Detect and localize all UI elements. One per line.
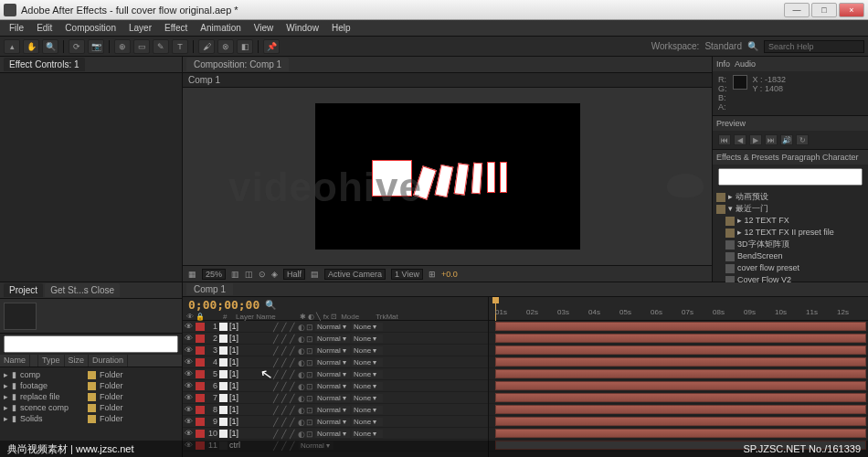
track-row[interactable] — [489, 333, 868, 345]
layer-row[interactable]: 👁7[1]╱╱╱◐⊡Normal ▾None ▾ — [183, 392, 488, 404]
blend-mode[interactable]: Normal ▾ — [315, 382, 350, 390]
track-matte[interactable]: None ▾ — [352, 394, 383, 402]
project-col[interactable]: Duration — [89, 355, 128, 367]
effects-search-input[interactable] — [718, 168, 863, 186]
tree-item[interactable]: BendScreen — [716, 250, 864, 262]
puppet-tool-icon[interactable]: 📌 — [263, 39, 280, 54]
preview-btn-2[interactable]: ▶ — [749, 134, 762, 145]
visibility-icon[interactable]: 👁 — [185, 357, 194, 367]
layer-bar[interactable] — [495, 345, 866, 355]
label-color[interactable] — [196, 335, 205, 343]
tree-item[interactable]: ▸ 12 TEXT FX II preset file — [716, 227, 864, 239]
label-swatch[interactable] — [88, 415, 96, 423]
label-swatch[interactable] — [88, 393, 96, 401]
track-matte[interactable]: None ▾ — [352, 323, 383, 331]
track-matte[interactable]: None ▾ — [352, 418, 383, 426]
tab-paragraph[interactable]: Paragraph — [781, 153, 820, 162]
blend-mode[interactable]: Normal ▾ — [315, 335, 350, 343]
blend-mode[interactable]: Normal ▾ — [315, 406, 350, 414]
layer-bar[interactable] — [495, 369, 866, 378]
track-matte[interactable]: None ▾ — [352, 406, 383, 414]
label-swatch[interactable] — [88, 404, 96, 412]
track-matte[interactable]: None ▾ — [352, 382, 383, 390]
tab-audio[interactable]: Audio — [735, 59, 756, 69]
camera-tool-icon[interactable]: 📷 — [88, 39, 104, 54]
region-icon[interactable]: ◈ — [271, 270, 278, 279]
layer-name[interactable]: [1] — [229, 405, 271, 414]
track-row[interactable] — [489, 416, 868, 428]
tree-item[interactable]: ▾ 最近一门 — [716, 203, 864, 215]
project-search-input[interactable] — [4, 335, 178, 353]
time-icon[interactable]: ⊙ — [259, 270, 266, 279]
track-row[interactable] — [489, 404, 868, 416]
track-row[interactable] — [489, 368, 868, 380]
menu-edit[interactable]: Edit — [31, 22, 58, 34]
tab-composition[interactable]: Composition: Comp 1 — [186, 58, 289, 71]
preview-btn-5[interactable]: ↻ — [796, 134, 809, 145]
layer-row[interactable]: 👁1[1]╱╱╱◐⊡Normal ▾None ▾ — [183, 321, 488, 333]
breadcrumb[interactable]: Comp 1 — [183, 73, 712, 88]
layer-name[interactable]: [1] — [229, 345, 271, 355]
project-col[interactable] — [30, 355, 38, 367]
layer-bar[interactable] — [495, 429, 866, 438]
label-color[interactable] — [196, 418, 205, 426]
project-col[interactable]: Size — [65, 355, 90, 367]
label-color[interactable] — [196, 346, 205, 355]
blend-mode[interactable]: Normal ▾ — [315, 323, 350, 331]
rotate-tool-icon[interactable]: ⟳ — [69, 39, 85, 54]
track-matte[interactable]: None ▾ — [352, 358, 383, 367]
visibility-icon[interactable]: 👁 — [185, 429, 194, 438]
minimize-button[interactable]: — — [784, 3, 810, 17]
blend-mode[interactable]: Normal ▾ — [315, 430, 350, 438]
visibility-icon[interactable]: 👁 — [185, 393, 194, 402]
layer-shape[interactable] — [372, 160, 412, 197]
track-row[interactable] — [489, 392, 868, 404]
track-row[interactable] — [489, 428, 868, 440]
tab-preview[interactable]: Preview — [716, 119, 746, 128]
visibility-icon[interactable]: 👁 — [185, 369, 194, 378]
pen-tool-icon[interactable]: ✎ — [153, 39, 169, 54]
menu-animation[interactable]: Animation — [195, 22, 246, 34]
help-search-input[interactable] — [764, 40, 864, 53]
layer-name[interactable]: [1] — [229, 381, 271, 390]
menu-file[interactable]: File — [4, 22, 29, 34]
brush-tool-icon[interactable]: 🖌 — [198, 39, 215, 54]
visibility-icon[interactable]: 👁 — [185, 334, 194, 343]
layer-bar[interactable] — [495, 417, 866, 426]
tab-info[interactable]: Info — [716, 59, 730, 69]
track-matte[interactable]: None ▾ — [352, 370, 383, 378]
anchor-tool-icon[interactable]: ⊕ — [114, 39, 131, 54]
tab-project[interactable]: Project — [4, 283, 43, 297]
layer-row[interactable]: 👁2[1]╱╱╱◐⊡Normal ▾None ▾ — [183, 333, 488, 345]
blend-mode[interactable]: Normal ▾ — [315, 394, 350, 402]
layer-row[interactable]: 👁8[1]╱╱╱◐⊡Normal ▾None ▾ — [183, 404, 488, 416]
label-color[interactable] — [196, 382, 205, 390]
label-color[interactable] — [196, 323, 205, 331]
menu-composition[interactable]: Composition — [59, 22, 122, 34]
zoom-select[interactable]: 25% — [202, 269, 226, 280]
track-row[interactable] — [489, 356, 868, 368]
project-item[interactable]: ▸▮replace fileFolder — [0, 391, 182, 402]
hand-tool-icon[interactable]: ✋ — [23, 39, 39, 54]
label-color[interactable] — [196, 394, 205, 402]
layer-bar[interactable] — [495, 405, 866, 414]
selection-tool-icon[interactable]: ▴ — [4, 39, 20, 54]
layer-bar[interactable] — [495, 381, 866, 390]
views-select[interactable]: 1 View — [391, 269, 423, 280]
blend-mode[interactable]: Normal ▾ — [315, 346, 350, 355]
tree-item[interactable]: 3D字体矩阵顶 — [716, 239, 864, 250]
label-color[interactable] — [196, 358, 205, 367]
track-matte[interactable]: None ▾ — [352, 335, 383, 343]
eraser-tool-icon[interactable]: ◧ — [237, 39, 253, 54]
label-color[interactable] — [196, 406, 205, 414]
layer-bar[interactable] — [495, 357, 866, 367]
rect-tool-icon[interactable]: ▭ — [133, 39, 150, 54]
tab-effect-controls[interactable]: Effect Controls: 1 — [4, 58, 85, 71]
timeline-tracks[interactable] — [489, 321, 868, 457]
layer-row[interactable]: 👁10[1]╱╱╱◐⊡Normal ▾None ▾ — [183, 428, 488, 440]
menu-layer[interactable]: Layer — [123, 22, 157, 34]
layer-list[interactable]: 👁1[1]╱╱╱◐⊡Normal ▾None ▾👁2[1]╱╱╱◐⊡Normal… — [183, 321, 489, 457]
layer-name[interactable]: [1] — [229, 357, 271, 367]
camera-select[interactable]: Active Camera — [324, 269, 386, 280]
maximize-button[interactable]: □ — [811, 3, 837, 17]
